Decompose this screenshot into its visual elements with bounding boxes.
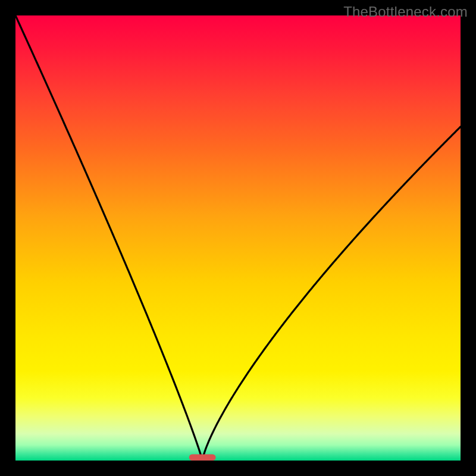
chart-frame: TheBottleneck.com bbox=[0, 0, 476, 476]
watermark-text: TheBottleneck.com bbox=[343, 4, 468, 20]
gradient-bg bbox=[15, 15, 461, 461]
bottleneck-plot bbox=[15, 15, 461, 461]
min-marker bbox=[189, 455, 216, 461]
